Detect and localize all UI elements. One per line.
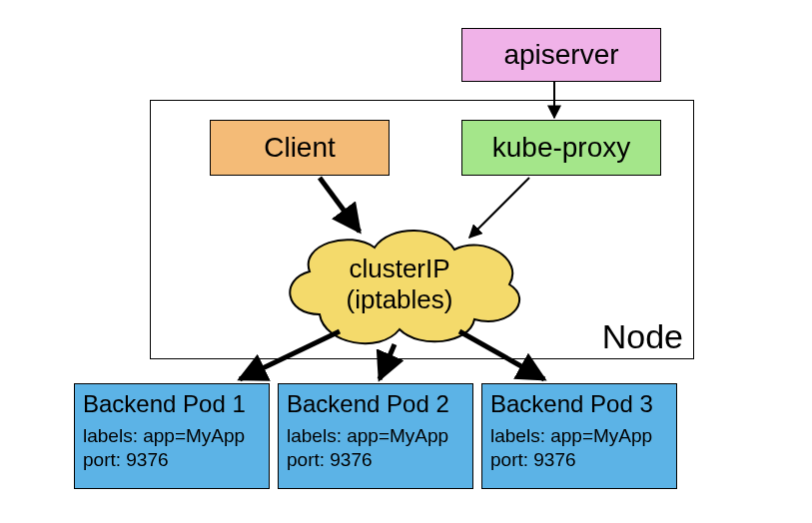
pod-title: Backend Pod 3 [490,390,668,418]
client-label: Client [264,132,336,164]
clusterip-label-1: clusterIP [349,254,449,284]
apiserver-label: apiserver [503,39,618,71]
pod-port: port: 9376 [490,448,668,472]
apiserver-box: apiserver [461,28,661,82]
kubeproxy-label: kube-proxy [492,132,631,164]
backend-pod-2: Backend Pod 2 labels: app=MyApp port: 93… [278,383,473,489]
kubeproxy-box: kube-proxy [461,120,661,176]
node-label: Node [602,317,683,356]
clusterip-label-2: (iptables) [347,284,453,315]
pod-labels: labels: app=MyApp [83,424,261,448]
backend-pod-1: Backend Pod 1 labels: app=MyApp port: 93… [74,383,270,489]
pod-port: port: 9376 [83,448,261,472]
backend-pod-3: Backend Pod 3 labels: app=MyApp port: 93… [481,383,677,489]
pod-port: port: 9376 [287,448,464,472]
diagram-stage: Node apiserver Client kube-proxy cluster… [0,0,812,523]
pod-title: Backend Pod 1 [83,390,261,418]
pod-labels: labels: app=MyApp [490,424,668,448]
pod-title: Backend Pod 2 [287,390,464,418]
pod-labels: labels: app=MyApp [287,424,464,448]
clusterip-cloud: clusterIP (iptables) [270,220,529,349]
client-box: Client [210,120,390,176]
